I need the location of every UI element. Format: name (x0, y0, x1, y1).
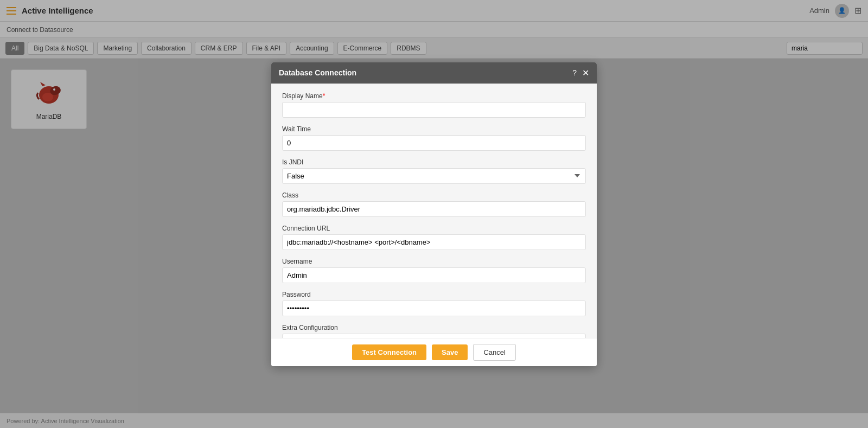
username-input[interactable] (282, 267, 586, 283)
password-label: Password (282, 291, 586, 298)
wait-time-input[interactable] (282, 135, 586, 151)
database-connection-modal: Database Connection ? ✕ Display Name* Wa… (271, 62, 597, 366)
modal-help-button[interactable]: ? (572, 68, 577, 77)
display-name-input[interactable] (282, 102, 586, 118)
display-name-label: Display Name* (282, 92, 586, 100)
form-group-extra-config: Extra Configuration {} (282, 324, 586, 338)
class-label: Class (282, 191, 586, 199)
form-group-class: Class (282, 191, 586, 217)
extra-config-textarea[interactable]: {} (282, 334, 586, 338)
test-connection-button[interactable]: Test Connection (352, 344, 426, 360)
form-group-password: Password (282, 291, 586, 316)
modal-close-button[interactable]: ✕ (582, 68, 589, 78)
cancel-button[interactable]: Cancel (473, 344, 515, 361)
modal-body: Display Name* Wait Time Is JNDI False Tr… (271, 84, 597, 338)
form-group-display-name: Display Name* (282, 92, 586, 118)
modal-overlay: Database Connection ? ✕ Display Name* Wa… (0, 0, 868, 428)
is-jndi-label: Is JNDI (282, 158, 586, 166)
required-indicator: * (323, 92, 326, 100)
modal-header: Database Connection ? ✕ (271, 62, 597, 84)
modal-title: Database Connection (279, 68, 356, 77)
modal-header-actions: ? ✕ (572, 68, 589, 78)
modal-footer: Test Connection Save Cancel (271, 338, 597, 366)
extra-config-label: Extra Configuration (282, 324, 586, 331)
is-jndi-select[interactable]: False True (282, 168, 586, 184)
username-label: Username (282, 258, 586, 265)
save-button[interactable]: Save (432, 344, 468, 360)
password-input[interactable] (282, 301, 586, 316)
wait-time-label: Wait Time (282, 125, 586, 133)
connection-url-input[interactable] (282, 234, 586, 250)
form-group-wait-time: Wait Time (282, 125, 586, 151)
class-input[interactable] (282, 201, 586, 217)
form-group-username: Username (282, 258, 586, 283)
form-group-is-jndi: Is JNDI False True (282, 158, 586, 184)
form-group-connection-url: Connection URL (282, 225, 586, 250)
connection-url-label: Connection URL (282, 225, 586, 232)
